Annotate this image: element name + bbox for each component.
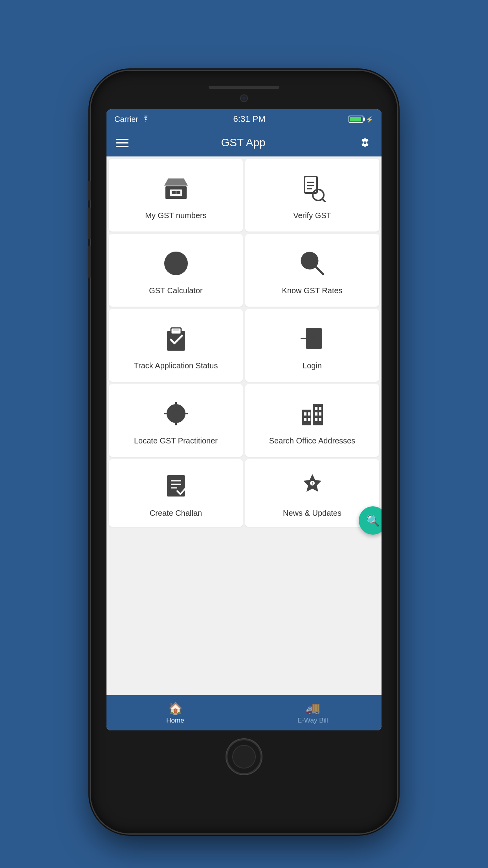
svg-text:!: ! xyxy=(364,141,365,145)
svg-rect-5 xyxy=(176,191,180,194)
login-icon xyxy=(297,323,328,354)
calculator-icon xyxy=(160,248,192,279)
svg-point-10 xyxy=(313,189,324,200)
wifi-icon xyxy=(141,115,150,124)
nav-bar: GST App ! xyxy=(106,129,382,156)
battery-icon xyxy=(349,116,363,123)
login-label: Login xyxy=(303,360,322,371)
my-gst-numbers-label: My GST numbers xyxy=(145,210,206,221)
cell-news-updates[interactable]: ! News & Updates 🔍 xyxy=(245,459,379,527)
cell-gst-calculator[interactable]: GST Calculator xyxy=(109,234,243,307)
svg-rect-20 xyxy=(173,329,179,331)
cell-login[interactable]: Login xyxy=(245,309,379,382)
tab-bar: 🏠 Home 🚚 E-Way Bill xyxy=(106,695,382,730)
cell-track-application[interactable]: Track Application Status xyxy=(109,309,243,382)
svg-rect-41 xyxy=(167,475,185,497)
fab-search-button[interactable]: 🔍 xyxy=(359,506,382,535)
svg-rect-36 xyxy=(319,407,321,410)
cell-my-gst-numbers[interactable]: My GST numbers xyxy=(109,159,243,232)
svg-rect-29 xyxy=(302,410,311,425)
svg-rect-39 xyxy=(315,418,317,421)
svg-rect-32 xyxy=(308,412,310,416)
gst-calculator-label: GST Calculator xyxy=(149,285,202,296)
cell-know-gst-rates[interactable]: Know GST Rates xyxy=(245,234,379,307)
create-challan-label: Create Challan xyxy=(150,508,202,518)
phone-side-buttons xyxy=(88,181,91,285)
locate-practitioner-label: Locate GST Practitioner xyxy=(134,436,218,446)
svg-rect-33 xyxy=(304,418,306,421)
carrier-label: Carrier xyxy=(114,115,138,124)
home-button-inner xyxy=(232,745,256,769)
phone-screen: Carrier 6:31 PM ⚡ xyxy=(106,109,382,730)
home-button[interactable] xyxy=(226,739,262,774)
eway-bill-tab-icon: 🚚 xyxy=(306,701,320,715)
store-icon xyxy=(160,173,192,204)
home-tab-label: Home xyxy=(166,717,184,725)
phone-camera xyxy=(240,94,248,102)
tab-eway-bill[interactable]: 🚚 E-Way Bill xyxy=(244,695,382,730)
cell-locate-practitioner[interactable]: Locate GST Practitioner xyxy=(109,384,243,457)
news-updates-label: News & Updates xyxy=(283,508,341,518)
svg-rect-38 xyxy=(319,412,321,416)
svg-line-11 xyxy=(322,199,325,202)
svg-point-24 xyxy=(174,411,178,416)
locate-icon xyxy=(160,398,192,429)
svg-point-16 xyxy=(302,253,317,268)
svg-line-17 xyxy=(316,267,324,275)
challan-icon xyxy=(160,470,192,502)
cell-search-office[interactable]: Search Office Addresses xyxy=(245,384,379,457)
news-icon: ! xyxy=(297,470,328,502)
charging-icon: ⚡ xyxy=(366,116,374,123)
verify-icon xyxy=(297,173,328,204)
svg-rect-31 xyxy=(304,412,306,416)
home-tab-icon: 🏠 xyxy=(168,701,183,715)
svg-rect-34 xyxy=(308,418,310,421)
status-bar: Carrier 6:31 PM ⚡ xyxy=(106,109,382,129)
know-gst-rates-label: Know GST Rates xyxy=(282,285,342,296)
hamburger-menu[interactable] xyxy=(116,139,128,147)
svg-rect-30 xyxy=(313,404,323,425)
status-time: 6:31 PM xyxy=(233,114,266,124)
office-icon xyxy=(297,398,328,429)
verify-gst-label: Verify GST xyxy=(293,210,331,221)
grid-content: My GST numbers Verify GST xyxy=(106,156,382,695)
nav-title: GST App xyxy=(221,136,265,149)
search-icon xyxy=(297,248,328,279)
svg-rect-40 xyxy=(319,418,321,421)
phone-frame: Carrier 6:31 PM ⚡ xyxy=(91,71,397,833)
eway-bill-tab-label: E-Way Bill xyxy=(297,717,328,725)
cell-verify-gst[interactable]: Verify GST xyxy=(245,159,379,232)
tab-home[interactable]: 🏠 Home xyxy=(106,695,244,730)
track-application-label: Track Application Status xyxy=(134,360,218,371)
settings-icon[interactable]: ! xyxy=(358,136,372,150)
svg-rect-37 xyxy=(315,412,317,416)
svg-text:!: ! xyxy=(312,482,313,486)
svg-rect-35 xyxy=(315,407,317,410)
phone-speaker xyxy=(209,86,279,89)
search-office-label: Search Office Addresses xyxy=(269,436,356,446)
clipboard-check-icon xyxy=(160,323,192,354)
svg-rect-4 xyxy=(172,191,176,194)
cell-create-challan[interactable]: Create Challan xyxy=(109,459,243,527)
